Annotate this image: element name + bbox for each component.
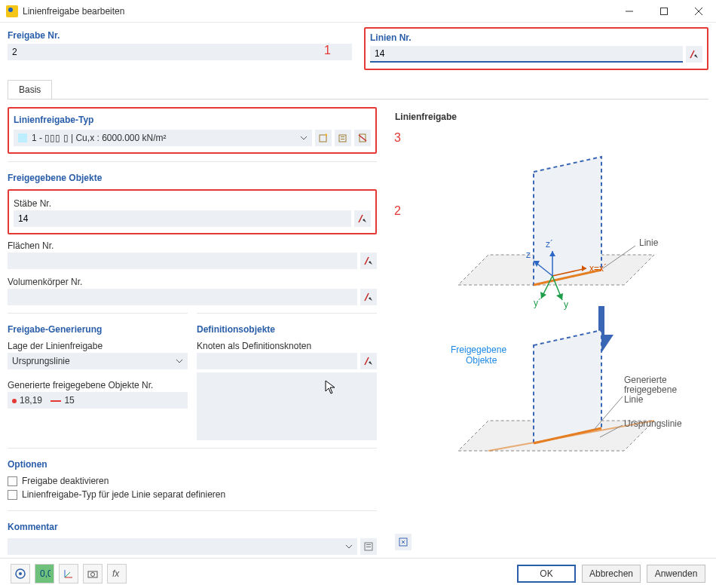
chevron-down-icon (176, 357, 183, 365)
generation-group: Freigabe-Generierung Lage der Linienfrei… (8, 313, 188, 440)
flaechen-label: Flächen Nr. (8, 240, 377, 251)
type-new-button[interactable] (315, 130, 332, 146)
pick-volumen-button[interactable] (360, 289, 377, 305)
preview-refresh-button[interactable] (395, 534, 412, 550)
lage-label: Lage der Linienfreigabe (8, 341, 188, 351)
tab-basis[interactable]: Basis (8, 80, 52, 99)
svg-text:y´: y´ (534, 298, 541, 308)
opt-separate-type-checkbox[interactable] (8, 490, 17, 500)
comment-library-button[interactable] (360, 538, 377, 555)
preview-panel: Linienfreigabe Linie x=x´ (389, 107, 708, 556)
minimize-button[interactable] (612, 0, 647, 23)
lage-value: Ursprungslinie (12, 356, 70, 366)
opt-deactivate-checkbox[interactable] (8, 476, 17, 486)
volumen-input[interactable] (8, 289, 357, 305)
svg-text:Linie: Linie (639, 237, 659, 248)
window-title: Linienfreigabe bearbeiten (23, 6, 124, 17)
svg-marker-38 (534, 330, 601, 443)
comment-title: Kommentar (8, 522, 377, 532)
linien-nr-highlight: Linien Nr. (364, 27, 708, 70)
close-button[interactable] (681, 0, 716, 23)
cancel-button[interactable]: Abbrechen (582, 565, 641, 583)
titlebar: Linienfreigabe bearbeiten (0, 0, 716, 23)
app-icon (6, 5, 18, 17)
svg-point-49 (19, 572, 22, 575)
options-group: Optionen Freigabe deaktivieren Linienfre… (8, 448, 377, 503)
svg-text:x=x´: x=x´ (589, 263, 607, 274)
svg-text:Linie: Linie (624, 394, 644, 405)
preview-title: Linienfreigabe (395, 112, 702, 122)
type-edit-button[interactable] (335, 130, 351, 146)
linien-nr-input[interactable] (370, 46, 683, 63)
svg-rect-5 (339, 135, 346, 142)
svg-rect-6 (341, 136, 344, 137)
freigabe-nr-input[interactable] (8, 44, 352, 60)
pick-staebe-button[interactable] (354, 210, 371, 227)
preview-illustration: Linie x=x´ z´ z y´ y (395, 127, 702, 519)
staebe-label: Stäbe Nr. (14, 198, 371, 209)
member-icon (50, 400, 61, 402)
pick-flaechen-button[interactable] (360, 253, 377, 269)
bottom-bar: 0,00 fx OK Abbrechen Anwenden (0, 558, 716, 588)
svg-line-53 (65, 572, 70, 577)
type-delete-button[interactable] (354, 130, 371, 146)
comment-group: Kommentar (8, 510, 377, 555)
knoten-label: Knoten als Definitionsknoten (197, 341, 377, 351)
type-color-swatch (18, 133, 27, 142)
axis-button[interactable] (59, 564, 78, 583)
svg-point-55 (91, 572, 95, 576)
svg-text:Objekte: Objekte (466, 355, 497, 366)
gen-objects-label: Generierte freigegebene Objekte Nr. (8, 380, 188, 390)
svg-text:z´: z´ (546, 239, 553, 250)
flaechen-input[interactable] (8, 253, 357, 269)
svg-text:Ursprungslinie: Ursprungslinie (624, 418, 682, 429)
maximize-button[interactable] (647, 0, 681, 23)
gen-nodes-value: 18,19 (20, 395, 42, 406)
units-button[interactable]: 0,00 (35, 564, 54, 583)
svg-rect-11 (366, 544, 371, 545)
definition-group: Definitionsobjekte Knoten als Definition… (197, 313, 377, 440)
mouse-cursor-icon (325, 380, 337, 395)
definition-area (197, 372, 377, 440)
staebe-highlight: Stäbe Nr. 2 (8, 189, 377, 234)
lage-dropdown[interactable]: Ursprungslinie (8, 353, 188, 369)
definition-title: Definitionsobjekte (197, 324, 377, 335)
pick-lines-button[interactable] (686, 46, 702, 63)
svg-text:freigegebene: freigegebene (624, 384, 677, 395)
help-button[interactable] (11, 564, 30, 583)
camera-button[interactable] (83, 564, 103, 583)
svg-rect-12 (366, 547, 371, 547)
script-button[interactable]: fx (107, 564, 127, 583)
volumen-label: Volumenkörper Nr. (8, 277, 377, 287)
options-title: Optionen (8, 459, 377, 470)
svg-text:y: y (564, 299, 568, 310)
cancel-label: Abbrechen (589, 568, 633, 579)
apply-button[interactable]: Anwenden (647, 565, 705, 583)
chevron-down-icon (300, 134, 308, 142)
staebe-input[interactable] (14, 210, 351, 227)
svg-rect-7 (341, 139, 344, 139)
released-objects-group: Freigegebene Objekte Stäbe Nr. 2 Flächen… (8, 161, 377, 305)
callout-1: 1 (324, 44, 331, 57)
type-dropdown-value: 1 - ▯▯▯ ▯ | Cu,x : 6000.000 kN/m² (32, 133, 167, 143)
generation-title: Freigabe-Generierung (8, 324, 188, 335)
apply-label: Anwenden (655, 568, 698, 579)
ok-button[interactable]: OK (517, 565, 576, 583)
svg-text:fx: fx (112, 568, 120, 579)
linien-nr-label: Linien Nr. (370, 32, 702, 43)
type-highlight: Linienfreigabe-Typ 1 - ▯▯▯ ▯ | Cu,x : 60… (8, 107, 377, 154)
chevron-down-icon (345, 543, 353, 550)
opt-deactivate-label: Freigabe deaktivieren (22, 476, 109, 486)
ok-label: OK (540, 568, 552, 579)
gen-members-value: 15 (64, 395, 74, 406)
knoten-input[interactable] (197, 353, 357, 369)
gen-objects-box: 18,19 15 (8, 392, 188, 409)
pick-knoten-button[interactable] (360, 353, 377, 369)
svg-text:Freigegebene: Freigegebene (451, 345, 506, 355)
node-icon (12, 399, 17, 403)
type-dropdown[interactable]: 1 - ▯▯▯ ▯ | Cu,x : 6000.000 kN/m² (14, 130, 312, 146)
comment-dropdown[interactable] (8, 538, 357, 555)
svg-text:z: z (526, 250, 531, 260)
tab-strip: Basis (8, 81, 708, 99)
svg-rect-1 (661, 8, 668, 14)
